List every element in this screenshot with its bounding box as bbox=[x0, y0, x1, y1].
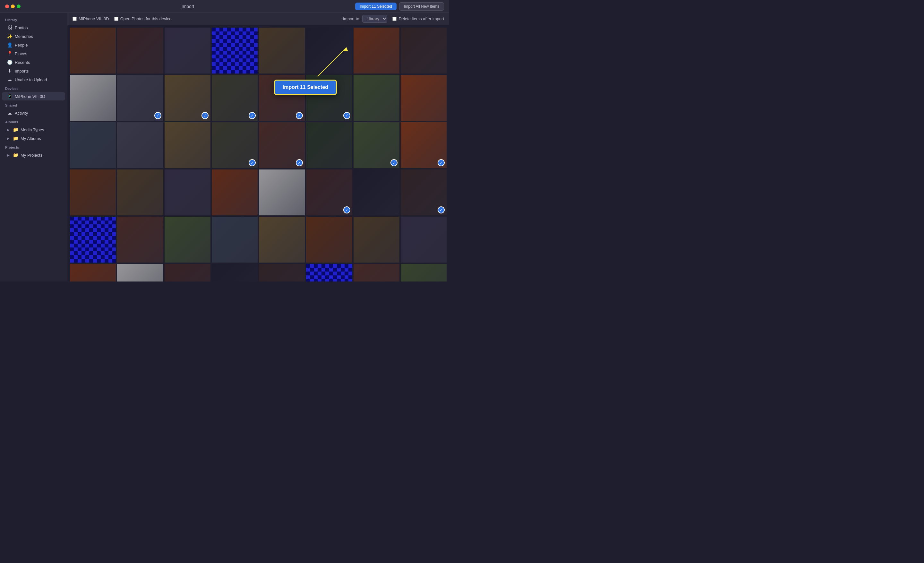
selection-checkmark: ✓ bbox=[201, 112, 208, 119]
sidebar-photos-label: Photos bbox=[15, 26, 28, 30]
photo-cell[interactable] bbox=[117, 122, 163, 168]
photo-cell[interactable]: ✓ bbox=[259, 122, 305, 168]
open-photos-group: Open Photos for this device bbox=[114, 17, 172, 21]
photo-cell[interactable] bbox=[401, 28, 447, 74]
photo-cell[interactable] bbox=[354, 75, 399, 121]
selection-checkmark: ✓ bbox=[249, 159, 256, 166]
sidebar-item-recents[interactable]: 🕐 Recents bbox=[2, 58, 65, 66]
photo-cell[interactable]: ✓ bbox=[165, 75, 210, 121]
selection-checkmark: ✓ bbox=[438, 206, 445, 213]
device-checkbox-group: MiPhone VII: 3D bbox=[72, 17, 109, 21]
photo-cell[interactable]: ✓ bbox=[401, 122, 447, 168]
photo-cell[interactable] bbox=[306, 28, 352, 74]
photo-cell[interactable]: ✓ bbox=[306, 170, 352, 215]
selection-checkmark: ✓ bbox=[296, 112, 303, 119]
photo-cell[interactable] bbox=[165, 170, 210, 215]
minimize-button[interactable] bbox=[11, 5, 15, 8]
photo-cell[interactable] bbox=[165, 28, 210, 74]
my-albums-icon: 📁 bbox=[13, 136, 18, 141]
sidebar-item-activity[interactable]: ☁ Activity bbox=[2, 109, 65, 117]
photo-cell[interactable]: ✓ bbox=[212, 122, 258, 168]
sidebar-item-my-albums[interactable]: ▶ 📁 My Albums bbox=[2, 134, 65, 143]
tooltip-label: Import 11 Selected bbox=[283, 84, 328, 90]
close-button[interactable] bbox=[5, 5, 9, 8]
sidebar-media-types-label: Media Types bbox=[21, 128, 44, 132]
photo-cell[interactable] bbox=[212, 217, 258, 263]
import-tooltip[interactable]: Import 11 Selected bbox=[274, 80, 337, 95]
sidebar-item-unable-to-upload[interactable]: ☁ Unable to Upload bbox=[2, 75, 65, 84]
photo-cell[interactable] bbox=[70, 264, 116, 281]
sidebar-item-my-projects[interactable]: ▶ 📁 My Projects bbox=[2, 151, 65, 159]
photo-cell[interactable] bbox=[401, 217, 447, 263]
photo-cell[interactable] bbox=[165, 264, 210, 281]
photo-cell[interactable] bbox=[70, 122, 116, 168]
photo-cell[interactable] bbox=[117, 28, 163, 74]
photo-cell[interactable] bbox=[259, 217, 305, 263]
maximize-button[interactable] bbox=[16, 5, 21, 8]
photo-cell[interactable] bbox=[117, 170, 163, 215]
sidebar-item-memories[interactable]: ✨ Memories bbox=[2, 32, 65, 41]
photo-cell[interactable] bbox=[212, 264, 258, 281]
photo-cell[interactable] bbox=[259, 170, 305, 215]
delete-after-import-group: Delete items after import bbox=[392, 17, 444, 21]
expand-arrow-icon3: ▶ bbox=[7, 153, 10, 157]
photo-cell[interactable] bbox=[70, 28, 116, 74]
devices-section-label: Devices bbox=[0, 84, 67, 92]
photo-cell[interactable] bbox=[117, 264, 163, 281]
photo-cell[interactable] bbox=[212, 28, 258, 74]
expand-arrow-icon: ▶ bbox=[7, 128, 10, 132]
memories-icon: ✨ bbox=[7, 34, 12, 39]
photo-cell[interactable] bbox=[259, 264, 305, 281]
sidebar-item-miphone[interactable]: 📱 MiPhone VII: 3D bbox=[2, 92, 65, 101]
recents-icon: 🕐 bbox=[7, 60, 12, 65]
title-bar: Import Import 11 Selected Import All New… bbox=[0, 0, 449, 13]
photo-cell[interactable] bbox=[354, 217, 399, 263]
photo-cell[interactable] bbox=[306, 264, 352, 281]
device-name-label: MiPhone VII: 3D bbox=[79, 17, 109, 21]
import-to-select[interactable]: Library bbox=[362, 15, 387, 23]
photo-cell[interactable]: ✓ bbox=[354, 122, 399, 168]
delete-after-label: Delete items after import bbox=[399, 17, 444, 21]
photo-cell[interactable] bbox=[165, 217, 210, 263]
sidebar-item-places[interactable]: 📍 Places bbox=[2, 50, 65, 58]
my-projects-icon: 📁 bbox=[13, 152, 18, 158]
device-select-checkbox[interactable] bbox=[72, 17, 76, 21]
photo-cell[interactable] bbox=[70, 217, 116, 263]
places-icon: 📍 bbox=[7, 51, 12, 56]
photo-cell[interactable] bbox=[306, 122, 352, 168]
photo-cell[interactable] bbox=[354, 28, 399, 74]
expand-arrow-icon2: ▶ bbox=[7, 137, 10, 140]
sidebar-item-media-types[interactable]: ▶ 📁 Media Types bbox=[2, 126, 65, 134]
media-types-icon: 📁 bbox=[13, 127, 18, 132]
photo-cell[interactable] bbox=[259, 28, 305, 74]
photo-cell[interactable] bbox=[70, 75, 116, 121]
sidebar-imports-label: Imports bbox=[15, 69, 28, 74]
import-to-group: Import to: Library bbox=[343, 15, 387, 23]
photo-cell[interactable] bbox=[212, 170, 258, 215]
import-all-button[interactable]: Import All New Items bbox=[399, 2, 444, 11]
delete-after-checkbox[interactable] bbox=[392, 17, 396, 21]
import-selected-button[interactable]: Import 11 Selected bbox=[355, 3, 396, 10]
photo-cell[interactable] bbox=[354, 264, 399, 281]
content-area: MiPhone VII: 3D Open Photos for this dev… bbox=[68, 13, 449, 281]
open-photos-checkbox[interactable] bbox=[114, 17, 118, 21]
window-title: Import bbox=[182, 4, 194, 9]
photo-cell[interactable] bbox=[401, 75, 447, 121]
selection-checkmark: ✓ bbox=[438, 159, 445, 166]
photo-cell[interactable] bbox=[354, 170, 399, 215]
photo-cell[interactable]: ✓ bbox=[401, 170, 447, 215]
sidebar-item-photos[interactable]: 🖼 Photos bbox=[2, 23, 65, 32]
photo-cell[interactable]: ✓ bbox=[117, 75, 163, 121]
photo-cell[interactable] bbox=[401, 264, 447, 281]
photo-cell[interactable]: ✓ bbox=[212, 75, 258, 121]
photo-cell[interactable] bbox=[70, 170, 116, 215]
photo-cell[interactable] bbox=[165, 122, 210, 168]
unable-upload-icon: ☁ bbox=[7, 77, 12, 82]
photo-cell[interactable] bbox=[117, 217, 163, 263]
sidebar-unable-label: Unable to Upload bbox=[15, 77, 47, 82]
sidebar-item-imports[interactable]: ⬇ Imports bbox=[2, 67, 65, 75]
sidebar-item-people[interactable]: 👤 People bbox=[2, 41, 65, 49]
photo-cell[interactable] bbox=[306, 217, 352, 263]
sidebar-recents-label: Recents bbox=[15, 60, 30, 65]
sidebar-memories-label: Memories bbox=[15, 34, 33, 39]
